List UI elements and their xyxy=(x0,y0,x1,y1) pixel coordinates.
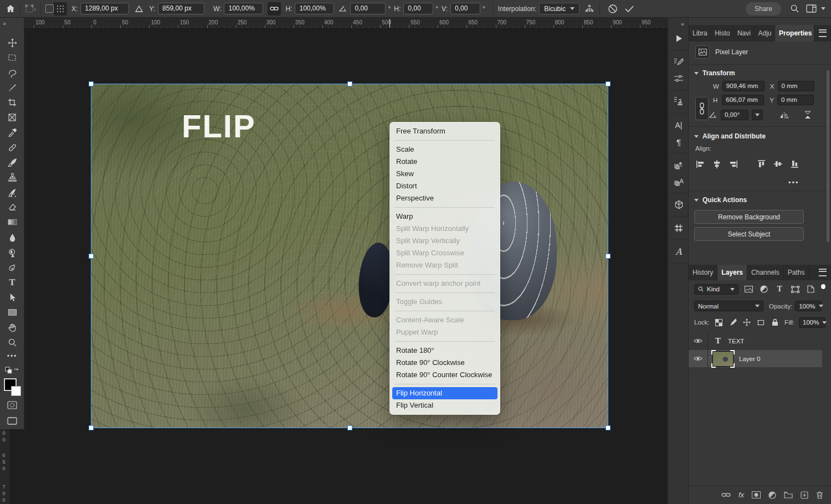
align-v-center-icon[interactable] xyxy=(773,160,783,168)
transform-handle-bottom-left[interactable] xyxy=(89,425,94,430)
gradient-tool[interactable] xyxy=(7,217,17,227)
interpolation-select[interactable]: Bicubic xyxy=(539,3,579,14)
tab-adjustments[interactable]: Adju xyxy=(754,25,775,42)
blend-mode-select[interactable]: Normal xyxy=(694,301,763,311)
w-input[interactable]: 100,00% xyxy=(224,3,263,14)
eraser-tool[interactable] xyxy=(7,202,17,212)
tab-history[interactable]: History xyxy=(689,265,717,280)
horizontal-ruler[interactable]: 100 50 0 50 100 150 200 250 300 350 400 … xyxy=(24,18,668,29)
photo-layer[interactable]: FLIP xyxy=(91,84,608,428)
menu-item[interactable]: Scale xyxy=(389,143,500,156)
visibility-toggle[interactable] xyxy=(689,332,708,349)
lock-transparent-icon[interactable] xyxy=(714,317,724,328)
properties-scrollbar[interactable] xyxy=(827,70,829,242)
menu-item[interactable]: Perspective xyxy=(389,192,500,204)
flip-vertical-icon[interactable] xyxy=(803,111,812,119)
zoom-tool[interactable] xyxy=(7,337,17,347)
actions-play-icon[interactable] xyxy=(673,33,684,44)
3d-panel-icon[interactable] xyxy=(673,199,684,210)
link-layers-icon[interactable] xyxy=(721,492,731,497)
transform-handle-mid-left[interactable] xyxy=(89,254,94,259)
menu-item[interactable]: Flip Vertical xyxy=(389,399,500,412)
align-more-button[interactable]: ••• xyxy=(788,178,799,187)
panel-menu-icon[interactable] xyxy=(814,25,831,42)
menu-item[interactable]: Rotate 90° Clockwise xyxy=(389,357,500,369)
align-top-icon[interactable] xyxy=(757,160,766,168)
select-subject-button[interactable]: Select Subject xyxy=(694,227,804,241)
transform-handle-bottom-center[interactable] xyxy=(347,425,352,430)
character-panel-icon[interactable]: A| xyxy=(673,120,684,131)
pixel-layer-filter-icon[interactable] xyxy=(743,284,754,295)
flip-horizontal-icon[interactable] xyxy=(779,111,789,119)
new-layer-icon[interactable] xyxy=(801,491,808,499)
transform-x-input[interactable]: 0 mm xyxy=(778,81,814,91)
warp-mode-icon[interactable] xyxy=(584,4,595,13)
character-styles-icon[interactable]: A xyxy=(673,176,684,187)
align-left-icon[interactable] xyxy=(695,160,705,168)
tab-libraries[interactable]: Libra xyxy=(689,25,711,42)
fill-select[interactable]: 100% xyxy=(799,317,825,328)
angle-input[interactable]: 0,00 xyxy=(350,3,386,14)
object-selection-tool[interactable] xyxy=(7,83,17,92)
tab-navigator[interactable]: Navi xyxy=(733,25,755,42)
menu-item[interactable]: Rotate xyxy=(389,156,500,168)
layer-effects-icon[interactable]: fx xyxy=(738,491,744,499)
x-input[interactable]: 1289,00 px xyxy=(80,3,129,14)
document-canvas[interactable]: FLIP xyxy=(91,84,608,428)
transform-controls-icon[interactable] xyxy=(25,4,36,14)
menu-item-flip-horizontal[interactable]: Flip Horizontal xyxy=(392,387,497,399)
transform-y-input[interactable]: 0 mm xyxy=(777,95,814,105)
tab-layers[interactable]: Layers xyxy=(717,265,747,280)
menu-item[interactable]: Free Transform xyxy=(389,125,500,137)
more-tools-button[interactable]: ••• xyxy=(7,351,17,361)
shape-layer-filter-icon[interactable] xyxy=(790,284,801,295)
rectangular-marquee-tool[interactable] xyxy=(7,53,17,63)
rotation-select[interactable]: 0,00° xyxy=(721,110,748,120)
transform-h-input[interactable]: 606,07 mm xyxy=(722,95,764,105)
brush-settings-icon[interactable] xyxy=(673,56,684,68)
tab-paths[interactable]: Paths xyxy=(784,265,809,280)
transform-handle-bottom-right[interactable] xyxy=(606,425,611,430)
share-button[interactable]: Share xyxy=(746,2,781,16)
pen-tool[interactable] xyxy=(7,263,17,272)
align-bottom-icon[interactable] xyxy=(790,160,799,168)
pattern-grid-icon[interactable] xyxy=(673,223,684,234)
clone-stamp-tool[interactable] xyxy=(7,172,17,182)
menu-item[interactable]: Rotate 90° Counter Clockwise xyxy=(389,369,500,381)
collapse-panels-icon[interactable]: « xyxy=(681,20,684,27)
adjustment-layer-filter-icon[interactable] xyxy=(759,284,770,295)
eyedropper-tool[interactable] xyxy=(7,127,17,137)
layer-name[interactable]: TEXT xyxy=(728,338,744,344)
align-h-center-icon[interactable] xyxy=(712,160,721,168)
layer-thumbnail[interactable] xyxy=(712,351,733,367)
hand-tool[interactable] xyxy=(7,322,17,332)
align-section-header[interactable]: Align and Distribute xyxy=(694,132,766,140)
link-wh-icon[interactable] xyxy=(695,97,709,120)
type-layer-filter-icon[interactable]: T xyxy=(774,284,785,295)
tab-channels[interactable]: Channels xyxy=(747,265,784,280)
home-icon[interactable] xyxy=(6,4,16,14)
delta-icon[interactable] xyxy=(135,5,143,13)
tab-properties[interactable]: Properties xyxy=(775,25,814,42)
search-icon[interactable] xyxy=(790,4,799,13)
menu-item[interactable]: Rotate 180° xyxy=(389,344,500,357)
quick-actions-header[interactable]: Quick Actions xyxy=(694,196,747,204)
transform-handle-mid-right[interactable] xyxy=(606,254,611,259)
rotation-chevron[interactable] xyxy=(752,110,763,120)
new-adjustment-icon[interactable] xyxy=(768,491,776,499)
lock-all-icon[interactable] xyxy=(771,317,781,328)
menu-item[interactable]: Distort xyxy=(389,180,500,192)
layer-row-layer0[interactable]: Layer 0 xyxy=(689,350,822,367)
lock-position-icon[interactable] xyxy=(742,317,752,328)
rectangle-tool[interactable] xyxy=(7,307,17,317)
menu-item[interactable]: Skew xyxy=(389,168,500,180)
reference-point-checkbox[interactable] xyxy=(45,4,54,13)
opacity-select[interactable]: 100% xyxy=(795,301,822,311)
move-tool[interactable] xyxy=(7,38,17,48)
delete-layer-icon[interactable] xyxy=(816,491,823,499)
layer-mask-icon[interactable] xyxy=(752,491,761,498)
y-input[interactable]: 859,00 px xyxy=(158,3,204,14)
frame-tool[interactable] xyxy=(7,112,17,122)
swap-colors-icon[interactable] xyxy=(5,367,19,376)
workspace-icon[interactable] xyxy=(806,4,817,13)
